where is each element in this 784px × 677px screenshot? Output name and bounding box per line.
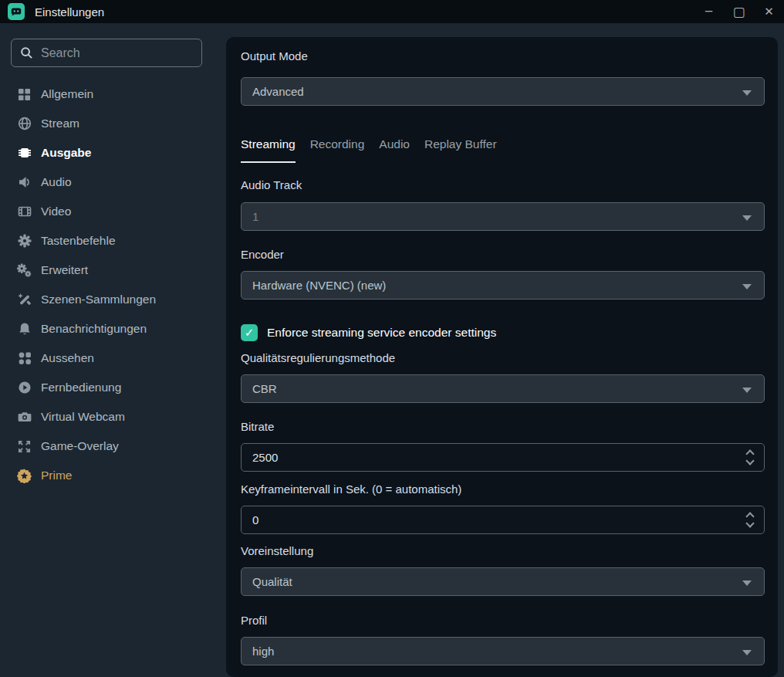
enforce-encoder-settings-row: ✓ Enforce streaming service encoder sett…: [241, 324, 763, 341]
encoder-label: Encoder: [241, 247, 763, 262]
sidebar-item-ausgabe[interactable]: Ausgabe: [0, 138, 226, 168]
keyframe-interval-input-wrap: [241, 506, 765, 534]
window-controls: ─ ▢ ✕: [694, 0, 784, 23]
rate-control-label: Qualitätsregulierungsmethode: [241, 350, 763, 365]
tab-replay-buffer[interactable]: Replay Buffer: [424, 137, 497, 163]
globe-icon: [17, 117, 32, 131]
film-icon: [17, 205, 32, 219]
gear-icon: [17, 234, 32, 249]
sidebar-item-allgemein[interactable]: Allgemein: [0, 80, 226, 109]
tab-audio[interactable]: Audio: [379, 137, 410, 163]
sidebar-item-game-overlay[interactable]: Game-Overlay: [0, 432, 226, 461]
output-mode-value: Advanced: [252, 85, 304, 98]
sidebar-item-tastenbefehle[interactable]: Tastenbefehle: [0, 226, 226, 256]
sidebar-item-fernbedienung[interactable]: Fernbedienung: [0, 373, 226, 402]
window-title: Einstellungen: [35, 5, 104, 19]
prime-badge-icon: [17, 469, 32, 483]
tools-icon: [17, 293, 32, 307]
sidebar-item-label: Ausgabe: [41, 146, 91, 160]
search-box[interactable]: [11, 39, 202, 67]
speaker-icon: [17, 175, 32, 190]
output-tabs: Streaming Recording Audio Replay Buffer: [241, 137, 763, 163]
sidebar-item-virtual-webcam[interactable]: Virtual Webcam: [0, 402, 226, 432]
sidebar-item-label: Allgemein: [41, 87, 93, 101]
audio-track-select[interactable]: 1: [241, 202, 765, 231]
bitrate-input-wrap: [241, 443, 765, 472]
keyframe-interval-label: Keyframeintervall in Sek. (0 = automatis…: [241, 482, 763, 496]
check-icon: ✓: [245, 326, 255, 340]
close-button[interactable]: ✕: [754, 0, 784, 23]
caret-down-icon: [742, 581, 752, 586]
profile-label: Profil: [241, 613, 763, 628]
sidebar-item-video[interactable]: Video: [0, 197, 226, 226]
rate-control-value: CBR: [252, 382, 277, 395]
preset-label: Voreinstellung: [241, 543, 763, 558]
caret-down-icon: [742, 284, 752, 289]
output-mode-select[interactable]: Advanced: [241, 77, 765, 106]
output-mode-label: Output Mode: [241, 49, 763, 63]
sidebar-item-prime[interactable]: Prime: [0, 461, 226, 490]
sidebar-item-label: Erweitert: [41, 263, 88, 277]
preset-value: Qualität: [252, 575, 292, 588]
audio-track-label: Audio Track: [241, 178, 763, 192]
rate-control-select[interactable]: CBR: [241, 374, 765, 403]
palette-icon: [17, 351, 32, 366]
sidebar-item-label: Szenen-Sammlungen: [41, 293, 156, 306]
enforce-encoder-settings-checkbox[interactable]: ✓: [241, 324, 258, 341]
sidebar-item-label: Virtual Webcam: [41, 410, 125, 424]
camera-icon: [17, 410, 32, 425]
sidebar-item-label: Stream: [41, 117, 79, 130]
stepper-down-icon[interactable]: [745, 456, 754, 465]
tab-recording[interactable]: Recording: [310, 137, 365, 163]
caret-down-icon: [742, 388, 752, 393]
maximize-button[interactable]: ▢: [724, 0, 754, 23]
minimize-button[interactable]: ─: [694, 0, 724, 23]
sidebar-item-stream[interactable]: Stream: [0, 109, 226, 138]
sidebar-item-label: Prime: [41, 469, 72, 482]
sidebar-item-label: Tastenbefehle: [41, 234, 116, 248]
streamlabs-logo-icon: [8, 3, 25, 20]
play-circle-icon: [17, 381, 32, 395]
title-bar: Einstellungen ─ ▢ ✕: [0, 0, 784, 23]
encoder-select[interactable]: Hardware (NVENC) (new): [241, 271, 765, 300]
sidebar-item-label: Video: [41, 205, 71, 218]
keyframe-interval-stepper[interactable]: [747, 506, 753, 533]
chip-icon: [17, 146, 32, 161]
sidebar-item-label: Benachrichtigungen: [41, 322, 147, 336]
sidebar-item-label: Aussehen: [41, 351, 94, 365]
audio-track-value: 1: [252, 210, 259, 223]
sidebar-item-erweitert[interactable]: Erweitert: [0, 256, 226, 285]
sidebar: Allgemein Stream Ausgabe: [0, 23, 226, 677]
sidebar-nav: Allgemein Stream Ausgabe: [0, 80, 226, 490]
sidebar-item-benachrichtigungen[interactable]: Benachrichtigungen: [0, 314, 226, 344]
enforce-encoder-settings-label: Enforce streaming service encoder settin…: [267, 326, 496, 340]
tab-streaming[interactable]: Streaming: [241, 137, 296, 163]
profile-value: high: [252, 645, 274, 658]
search-input[interactable]: [41, 46, 188, 60]
grid-icon: [17, 87, 32, 102]
sidebar-item-label: Fernbedienung: [41, 381, 121, 394]
stepper-down-icon[interactable]: [745, 519, 754, 527]
bitrate-label: Bitrate: [241, 419, 763, 434]
expand-icon: [17, 439, 32, 454]
profile-select[interactable]: high: [241, 637, 765, 665]
encoder-value: Hardware (NVENC) (new): [252, 279, 386, 292]
settings-main-panel: Output Mode Advanced Streaming Recording…: [226, 37, 778, 677]
bitrate-stepper[interactable]: [747, 444, 753, 471]
sidebar-item-szenen-sammlungen[interactable]: Szenen-Sammlungen: [0, 285, 226, 314]
caret-down-icon: [742, 650, 752, 655]
caret-down-icon: [742, 215, 752, 221]
sidebar-item-label: Game-Overlay: [41, 439, 119, 453]
sidebar-item-label: Audio: [41, 175, 72, 189]
search-icon: [20, 46, 33, 59]
caret-down-icon: [742, 90, 752, 96]
bell-icon: [17, 322, 32, 337]
keyframe-interval-input[interactable]: [252, 513, 715, 526]
settings-window-body: Allgemein Stream Ausgabe: [0, 23, 784, 677]
preset-select[interactable]: Qualität: [241, 567, 765, 596]
bitrate-input[interactable]: [252, 451, 715, 464]
sidebar-item-aussehen[interactable]: Aussehen: [0, 344, 226, 373]
sidebar-item-audio[interactable]: Audio: [0, 168, 226, 197]
gears-icon: [17, 263, 32, 278]
